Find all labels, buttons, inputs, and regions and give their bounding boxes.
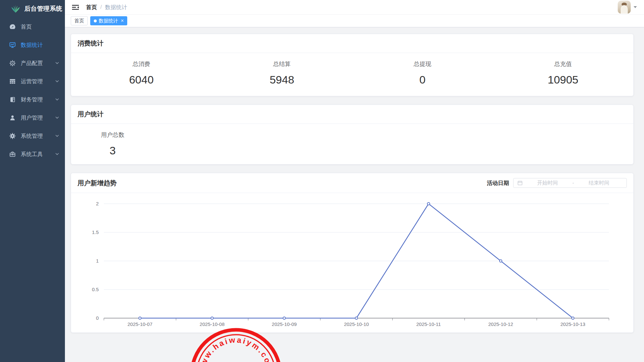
- sidebar-item-label: 首页: [21, 23, 32, 31]
- chevron-down-icon: [55, 135, 59, 137]
- sidebar-item-stats[interactable]: 数据统计: [0, 36, 65, 54]
- trend-card-header: 用户新增趋势 活动日期 开始时间 - 结束时间: [71, 173, 633, 193]
- tag-home[interactable]: 首页: [71, 16, 88, 25]
- user-stats-row: 用户总数 3: [71, 124, 633, 166]
- stat-user-total: 用户总数 3: [71, 131, 154, 157]
- user-trend-card: 用户新增趋势 活动日期 开始时间 - 结束时间: [71, 173, 634, 333]
- svg-text:2025-10-07: 2025-10-07: [128, 321, 153, 327]
- stat-total-recharge: 总充值 10905: [493, 60, 633, 86]
- table-grid-icon: [8, 78, 16, 85]
- sidebar-item-label: 数据统计: [21, 41, 43, 49]
- consume-stats-row: 总消费 6040 总结算 5948 总提现 0 总充值 10905: [71, 53, 633, 95]
- sidebar-item-label: 运营管理: [21, 78, 43, 85]
- trend-chart: 00.511.522025-10-072025-10-082025-10-092…: [71, 193, 633, 336]
- sidebar-item-label: 系统工具: [21, 150, 43, 158]
- stat-label: 用户总数: [71, 131, 154, 139]
- tag-stats[interactable]: 数据统计 ×: [90, 16, 127, 25]
- dashboard-icon: [8, 23, 16, 30]
- svg-text:1: 1: [96, 258, 99, 264]
- svg-text:2025-10-11: 2025-10-11: [416, 321, 441, 327]
- sidebar-item-tools[interactable]: 系统工具: [0, 145, 65, 163]
- close-icon[interactable]: ×: [121, 18, 124, 23]
- range-separator: -: [571, 180, 575, 186]
- stat-total-withdraw: 总提现 0: [352, 60, 493, 86]
- line-chart: 00.511.522025-10-072025-10-082025-10-092…: [71, 195, 634, 334]
- stat-value: 3: [71, 144, 154, 157]
- start-date-input[interactable]: 开始时间: [524, 180, 571, 187]
- stat-value: 0: [352, 73, 493, 86]
- stat-total-consume: 总消费 6040: [71, 60, 212, 86]
- card-title: 用户新增趋势: [78, 179, 117, 187]
- sidebar-item-label: 财务管理: [21, 96, 43, 103]
- consume-stats-card: 消费统计 总消费 6040 总结算 5948 总提现 0 总充值 10905: [71, 34, 634, 96]
- svg-text:2025-10-12: 2025-10-12: [488, 321, 513, 327]
- stat-label: 总结算: [212, 60, 352, 68]
- user-card-header: 用户统计: [71, 105, 633, 124]
- user-stats-card: 用户统计 用户总数 3: [71, 105, 634, 164]
- breadcrumb-separator: /: [100, 4, 102, 10]
- tag-label: 首页: [74, 18, 84, 24]
- plant-logo-icon: [11, 5, 20, 13]
- svg-text:0.5: 0.5: [92, 287, 99, 292]
- svg-text:0: 0: [96, 315, 99, 321]
- sidebar-item-users[interactable]: 用户管理: [0, 109, 65, 127]
- sidebar-fold-icon[interactable]: [70, 3, 81, 12]
- sidebar: 后台管理系统 首页 数据统计: [0, 0, 65, 362]
- ledger-book-icon: [8, 96, 16, 103]
- sidebar-item-label: 系统管理: [21, 132, 43, 140]
- user-dropdown[interactable]: [618, 1, 637, 14]
- chevron-down-icon: [55, 153, 59, 155]
- sidebar-item-label: 产品配置: [21, 59, 43, 67]
- svg-text:2025-10-10: 2025-10-10: [344, 321, 369, 327]
- stamp-top-text: www.haiwaiym.com: [197, 335, 275, 362]
- sidebar-item-product-config[interactable]: 产品配置: [0, 54, 65, 72]
- app-logo[interactable]: 后台管理系统: [0, 0, 65, 18]
- avatar[interactable]: [618, 1, 631, 14]
- date-range-picker[interactable]: 开始时间 - 结束时间: [513, 178, 627, 188]
- sidebar-item-system[interactable]: 系统管理: [0, 127, 65, 145]
- active-dot-icon: [94, 19, 97, 22]
- trend-header-controls: 活动日期 开始时间 - 结束时间: [487, 178, 627, 188]
- page-content: 消费统计 总消费 6040 总结算 5948 总提现 0 总充值 10905: [65, 28, 644, 362]
- gear-filled-icon: [8, 132, 16, 139]
- card-title: 用户统计: [78, 110, 104, 119]
- date-range-label: 活动日期: [487, 179, 509, 187]
- sidebar-item-home[interactable]: 首页: [0, 18, 65, 36]
- svg-text:2: 2: [96, 201, 99, 206]
- top-navbar: 首页 / 数据统计: [65, 0, 644, 14]
- stamp-inner-ring: [197, 335, 275, 362]
- breadcrumb: 首页 / 数据统计: [86, 4, 127, 11]
- card-title: 消费统计: [78, 39, 104, 48]
- breadcrumb-current: 数据统计: [105, 4, 127, 11]
- svg-text:2025-10-13: 2025-10-13: [560, 321, 585, 327]
- stat-label: 总充值: [493, 60, 633, 68]
- sidebar-item-finance[interactable]: 财务管理: [0, 90, 65, 109]
- toolbox-icon: [8, 150, 16, 158]
- chevron-down-icon: [55, 80, 59, 83]
- stat-value: 5948: [212, 73, 352, 86]
- caret-down-icon: [634, 6, 637, 8]
- sidebar-item-label: 用户管理: [21, 114, 43, 122]
- breadcrumb-home[interactable]: 首页: [86, 4, 97, 11]
- calendar-icon: [517, 180, 523, 186]
- stats-board-icon: [8, 41, 16, 48]
- chevron-down-icon: [55, 98, 59, 101]
- stat-value: 6040: [71, 73, 212, 86]
- tag-label: 数据统计: [99, 18, 118, 24]
- chevron-down-icon: [55, 116, 59, 119]
- svg-text:2025-10-09: 2025-10-09: [272, 321, 297, 327]
- tags-view-bar: 首页 数据统计 ×: [65, 14, 644, 27]
- stat-total-settle: 总结算 5948: [212, 60, 352, 86]
- stat-value: 10905: [493, 73, 633, 86]
- stat-label: 总消费: [71, 60, 212, 68]
- app-title: 后台管理系统: [24, 5, 62, 13]
- consume-card-header: 消费统计: [71, 34, 633, 53]
- svg-text:1.5: 1.5: [92, 229, 99, 235]
- main-area: 首页 / 数据统计 首页 数据统计 × 消费统计 总消费 60: [65, 0, 644, 362]
- chevron-down-icon: [55, 62, 59, 64]
- stat-label: 总提现: [352, 60, 493, 68]
- sidebar-item-operations[interactable]: 运营管理: [0, 72, 65, 90]
- sidebar-menu: 首页 数据统计: [0, 18, 65, 163]
- svg-text:2025-10-08: 2025-10-08: [200, 321, 225, 327]
- end-date-input[interactable]: 结束时间: [576, 180, 623, 187]
